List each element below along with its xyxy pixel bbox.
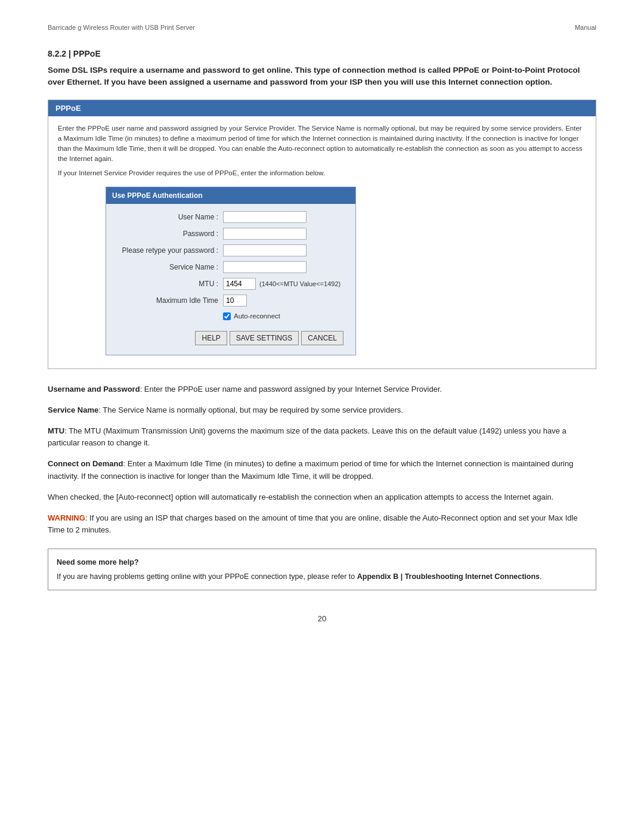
- pppoe-panel: PPPoE Enter the PPPoE user name and pass…: [48, 100, 596, 370]
- button-row: HELP SAVE SETTINGS CANCEL: [116, 331, 346, 345]
- maxidle-row: Maximum Idle Time: [116, 295, 346, 306]
- service-name-label: Service Name :: [116, 262, 223, 272]
- save-settings-button[interactable]: SAVE SETTINGS: [230, 331, 299, 345]
- username-input[interactable]: [223, 211, 306, 223]
- body-section-warning: WARNING: If you are using an ISP that ch…: [48, 512, 596, 537]
- help-box-title: Need some more help?: [57, 556, 587, 568]
- warning-text: : If you are using an ISP that charges b…: [48, 513, 578, 535]
- panel-desc1: Enter the PPPoE user name and password a…: [58, 123, 586, 165]
- body-section-servicename: Service Name: The Service Name is normal…: [48, 404, 596, 417]
- servicename-body-text: : The Service Name is normally optional,…: [98, 405, 403, 414]
- help-box-link: Appendix B | Troubleshooting Internet Co…: [357, 572, 540, 581]
- section-heading: 8.2.2 | PPPoE: [48, 49, 596, 58]
- pppoe-form-section: Use PPPoE Authentication User Name : Pas…: [58, 187, 586, 361]
- service-name-row: Service Name :: [116, 261, 346, 273]
- help-button[interactable]: HELP: [195, 331, 227, 345]
- panel-desc2: If your Internet Service Provider requir…: [58, 168, 586, 178]
- form-box: Use PPPoE Authentication User Name : Pas…: [106, 187, 356, 355]
- page-number: 20: [48, 614, 596, 623]
- retype-password-input[interactable]: [223, 244, 306, 256]
- connectondemand-body-text: : Enter a Maximum Idle Time (in minutes)…: [48, 459, 573, 481]
- connectondemand-body-label: Connect on Demand: [48, 459, 123, 468]
- password-row: Password :: [116, 228, 346, 240]
- username-row: User Name :: [116, 211, 346, 223]
- service-name-input[interactable]: [223, 261, 306, 273]
- help-box-body: If you are having problems getting onlin…: [57, 571, 587, 583]
- mtu-body-label: MTU: [48, 426, 64, 435]
- pppoe-panel-body: Enter the PPPoE user name and password a…: [48, 116, 596, 369]
- username-body-text: : Enter the PPPoE user name and password…: [140, 385, 442, 394]
- header-right: Manual: [575, 24, 596, 31]
- page-header: Barricade g Wireless Router with USB Pri…: [48, 24, 596, 31]
- autoreconnect-note-text: When checked, the [Auto-reconnect] optio…: [48, 493, 553, 501]
- body-section-connectondemand: Connect on Demand: Enter a Maximum Idle …: [48, 458, 596, 483]
- autoreconnect-row: Auto-reconnect: [223, 311, 346, 321]
- header-left: Barricade g Wireless Router with USB Pri…: [48, 24, 195, 31]
- help-box-end: .: [540, 572, 541, 581]
- maxidle-label: Maximum Idle Time: [116, 295, 223, 306]
- help-box-text: If you are having problems getting onlin…: [57, 572, 357, 581]
- retype-password-label: Please retype your password :: [116, 245, 223, 256]
- body-section-username: Username and Password: Enter the PPPoE u…: [48, 383, 596, 396]
- warning-label: WARNING: [48, 513, 85, 522]
- intro-text: Some DSL ISPs require a username and pas…: [48, 64, 596, 89]
- username-label: User Name :: [116, 212, 223, 222]
- retype-password-row: Please retype your password :: [116, 244, 346, 256]
- page: Barricade g Wireless Router with USB Pri…: [0, 0, 644, 833]
- pppoe-panel-title: PPPoE: [48, 100, 596, 116]
- password-label: Password :: [116, 228, 223, 239]
- body-section-mtu: MTU: The MTU (Maximum Transmission Unit)…: [48, 425, 596, 450]
- servicename-body-label: Service Name: [48, 405, 98, 414]
- mtu-body-text: : The MTU (Maximum Transmission Unit) go…: [48, 426, 566, 448]
- mtu-input[interactable]: [223, 278, 256, 290]
- cancel-button[interactable]: CANCEL: [301, 331, 343, 345]
- maxidle-input[interactable]: [223, 295, 247, 306]
- form-box-title: Use PPPoE Authentication: [106, 187, 355, 204]
- mtu-row: MTU : (1440<=MTU Value<=1492): [116, 278, 346, 290]
- autoreconnect-label: Auto-reconnect: [234, 311, 280, 321]
- mtu-note: (1440<=MTU Value<=1492): [259, 279, 340, 289]
- body-section-autoreconnect-note: When checked, the [Auto-reconnect] optio…: [48, 491, 596, 504]
- autoreconnect-checkbox[interactable]: [223, 312, 231, 320]
- mtu-label: MTU :: [116, 278, 223, 289]
- username-body-label: Username and Password: [48, 385, 140, 394]
- password-input[interactable]: [223, 228, 306, 240]
- help-box: Need some more help? If you are having p…: [48, 549, 596, 590]
